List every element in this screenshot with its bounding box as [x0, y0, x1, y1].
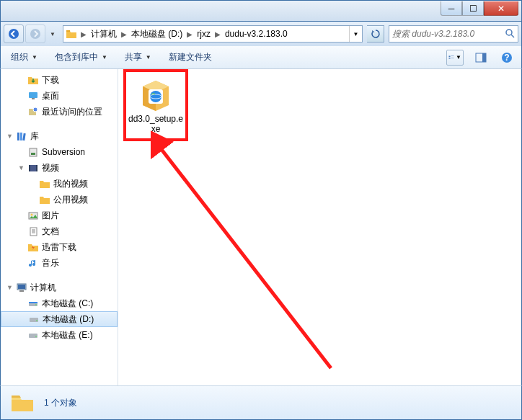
sidebar-item-label: 迅雷下载: [40, 241, 76, 254]
sidebar-item-label: 图片: [40, 210, 59, 222]
file-item[interactable]: dd3.0_setup.exe: [127, 78, 185, 135]
organize-menu[interactable]: 组织▼: [6, 49, 42, 66]
sidebar-item-computer[interactable]: ▼计算机: [1, 280, 118, 295]
sidebar-item-label: 公用视频: [51, 194, 88, 206]
chevron-down-icon: ▼: [32, 54, 37, 61]
svg-line-44: [158, 145, 331, 368]
search-box[interactable]: [389, 25, 518, 43]
sidebar-item-drive-d[interactable]: 本地磁盘 (D:): [1, 311, 118, 327]
computer-icon: [15, 282, 28, 293]
close-icon: ✕: [497, 4, 505, 14]
recent-icon: [27, 107, 40, 117]
sidebar-item-music[interactable]: 音乐: [1, 255, 118, 271]
sidebar-item-label: 我的视频: [51, 178, 88, 190]
navigation-pane[interactable]: 下载 桌面 最近访问的位置 ▼库 Subversion ▼视频 我的视频 公用视…: [1, 69, 118, 385]
file-pane[interactable]: dd3.0_setup.exe: [118, 69, 521, 385]
svg-point-36: [35, 304, 37, 305]
video-icon: [27, 163, 40, 173]
pictures-icon: [27, 210, 40, 220]
maximize-button[interactable]: ☐: [462, 1, 484, 16]
back-button[interactable]: [4, 24, 24, 43]
sidebar-item-label: Subversion: [40, 147, 85, 157]
sidebar-item-downloads[interactable]: 下载: [1, 72, 118, 88]
sidebar-item-library[interactable]: ▼库: [1, 128, 118, 144]
maximize-icon: ☐: [469, 4, 477, 14]
collapse-icon[interactable]: ▼: [6, 284, 15, 291]
share-label: 共享: [125, 51, 142, 63]
sidebar-item-pictures[interactable]: 图片: [1, 207, 118, 223]
svg-point-3: [506, 30, 512, 35]
sidebar-item-thunder[interactable]: 迅雷下载: [1, 239, 118, 255]
installer-icon: [138, 78, 173, 112]
svg-rect-10: [482, 53, 486, 62]
sidebar-item-subversion[interactable]: Subversion: [1, 144, 118, 160]
thunder-icon: [27, 242, 40, 252]
status-text: 1 个对象: [44, 397, 77, 409]
chevron-right-icon: ▶: [213, 30, 222, 38]
collapse-icon[interactable]: ▼: [6, 133, 15, 140]
svg-rect-18: [20, 133, 22, 140]
sidebar-item-videos[interactable]: ▼视频: [1, 160, 118, 176]
sidebar-item-documents[interactable]: 文档: [1, 223, 118, 239]
svg-rect-5: [449, 55, 451, 57]
documents-icon: [27, 226, 40, 236]
view-mode-button[interactable]: ▼: [446, 50, 464, 66]
music-icon: [27, 258, 40, 268]
drive-icon: [27, 314, 40, 324]
nav-bar: ▼ ▶ 计算机 ▶ 本地磁盘 (D:) ▶ rjxz ▶ dudu-v3.2.1…: [0, 22, 522, 46]
window-titlebar: ─ ☐ ✕: [0, 0, 522, 22]
share-menu[interactable]: 共享▼: [120, 49, 156, 66]
forward-button[interactable]: [25, 24, 45, 43]
folder-icon: [9, 390, 35, 416]
svg-rect-39: [29, 334, 37, 338]
new-folder-label: 新建文件夹: [169, 51, 212, 63]
annotation-arrow: [151, 130, 367, 375]
svg-rect-2: [66, 30, 70, 32]
chevron-right-icon: ▶: [120, 30, 128, 38]
sidebar-item-drive-c[interactable]: 本地磁盘 (C:): [1, 295, 118, 311]
close-button[interactable]: ✕: [484, 1, 518, 16]
include-label: 包含到库中: [55, 51, 98, 63]
nav-history-dropdown-icon[interactable]: ▼: [47, 31, 58, 37]
sidebar-item-label: 最近访问的位置: [40, 106, 102, 118]
breadcrumb-computer[interactable]: 计算机: [88, 26, 120, 42]
favorites-group: 下载 桌面 最近访问的位置: [1, 72, 118, 120]
svg-line-4: [511, 35, 514, 37]
new-folder-button[interactable]: 新建文件夹: [164, 49, 216, 66]
sidebar-item-recent[interactable]: 最近访问的位置: [1, 104, 118, 120]
sidebar-item-label: 库: [28, 130, 39, 143]
sidebar-item-drive-e[interactable]: 本地磁盘 (E:): [1, 327, 118, 343]
svg-rect-23: [29, 165, 30, 171]
svg-rect-17: [17, 133, 19, 140]
address-dropdown-icon[interactable]: ▼: [349, 26, 362, 42]
library-icon: [15, 130, 28, 142]
minimize-button[interactable]: ─: [441, 1, 462, 16]
svg-rect-37: [30, 318, 38, 322]
breadcrumb-rjxz[interactable]: rjxz: [194, 26, 213, 42]
computer-group: ▼计算机 本地磁盘 (C:) 本地磁盘 (D:) 本地磁盘 (E:): [1, 280, 118, 343]
sidebar-item-myvideos[interactable]: 我的视频: [1, 176, 118, 192]
help-button[interactable]: ?: [498, 50, 516, 66]
preview-pane-button[interactable]: [472, 50, 490, 66]
organize-label: 组织: [11, 51, 28, 63]
address-bar[interactable]: ▶ 计算机 ▶ 本地磁盘 (D:) ▶ rjxz ▶ dudu-v3.2.183…: [63, 25, 363, 43]
include-library-menu[interactable]: 包含到库中▼: [50, 49, 112, 66]
search-input[interactable]: [392, 29, 505, 39]
drive-icon: [27, 330, 40, 340]
desktop-icon: [27, 91, 40, 101]
download-icon: [27, 75, 40, 85]
svg-text:?: ?: [504, 53, 509, 63]
sidebar-item-desktop[interactable]: 桌面: [1, 88, 118, 104]
svg-rect-24: [36, 165, 37, 171]
svg-rect-19: [22, 133, 25, 140]
breadcrumb-dudu[interactable]: dudu-v3.2.183.0: [222, 26, 291, 42]
sidebar-item-label: 桌面: [40, 90, 59, 102]
chevron-right-icon: ▶: [79, 30, 88, 38]
breadcrumb-drive-d[interactable]: 本地磁盘 (D:): [128, 26, 185, 42]
sidebar-item-publicvideos[interactable]: 公用视频: [1, 192, 118, 207]
svg-rect-6: [449, 58, 451, 59]
svg-point-40: [35, 336, 37, 337]
collapse-icon[interactable]: ▼: [18, 164, 27, 171]
chevron-down-icon: ▼: [146, 54, 151, 61]
refresh-button[interactable]: [367, 25, 384, 43]
